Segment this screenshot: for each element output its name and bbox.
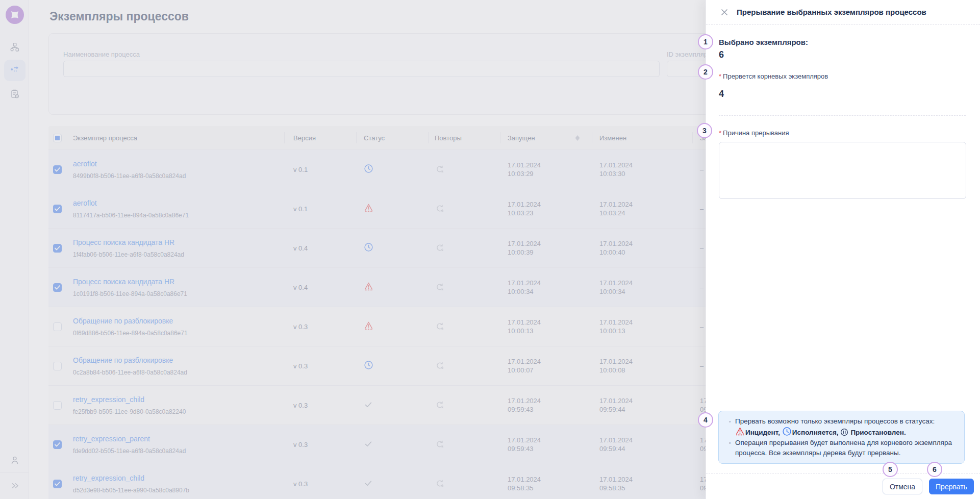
drawer-footer: Отмена Прервать xyxy=(706,473,980,499)
step-marker-4: 4 xyxy=(698,412,713,428)
reason-label: *Причина прерывания xyxy=(719,129,966,137)
bullet-icon: ◦ xyxy=(725,416,735,438)
selected-count-label: Выбрано экземпляров: xyxy=(719,38,966,46)
step-marker-3: 3 xyxy=(697,123,712,138)
step-marker-1: 1 xyxy=(698,34,713,49)
required-asterisk: * xyxy=(719,72,721,80)
paused-icon xyxy=(840,428,848,436)
interrupt-drawer: Прерывание выбранных экземпляров процесс… xyxy=(706,0,980,499)
step-marker-2: 2 xyxy=(698,64,713,80)
incident-icon xyxy=(735,427,743,435)
drawer-title: Прерывание выбранных экземпляров процесс… xyxy=(737,8,926,16)
drawer-body: Выбрано экземпляров: 6 *Прервется корнев… xyxy=(706,38,980,199)
root-count-value: 4 xyxy=(719,89,966,99)
step-marker-5: 5 xyxy=(883,462,898,477)
info-callout: ◦ Прервать возможно только экземпляры пр… xyxy=(718,411,965,464)
required-asterisk: * xyxy=(719,129,721,137)
step-marker-6: 6 xyxy=(927,462,942,477)
info-item-root: ◦ Операция прерывания будет выполнена дл… xyxy=(725,438,957,458)
section-divider xyxy=(719,115,966,116)
running-icon xyxy=(782,427,790,435)
selected-count-value: 6 xyxy=(719,49,966,60)
drawer-header: Прерывание выбранных экземпляров процесс… xyxy=(706,0,980,24)
interrupt-reason-textarea[interactable] xyxy=(719,142,966,199)
drawer-mask[interactable] xyxy=(0,0,706,499)
info-item-statuses: ◦ Прервать возможно только экземпляры пр… xyxy=(725,416,957,438)
cancel-button[interactable]: Отмена xyxy=(883,479,922,494)
root-count-label: *Прервется корневых экземпляров xyxy=(719,72,966,80)
app-root: Экземпляры процессов Наименование процес… xyxy=(0,0,980,499)
bullet-icon: ◦ xyxy=(725,438,735,458)
interrupt-button[interactable]: Прервать xyxy=(929,479,974,494)
close-icon[interactable] xyxy=(720,8,729,17)
